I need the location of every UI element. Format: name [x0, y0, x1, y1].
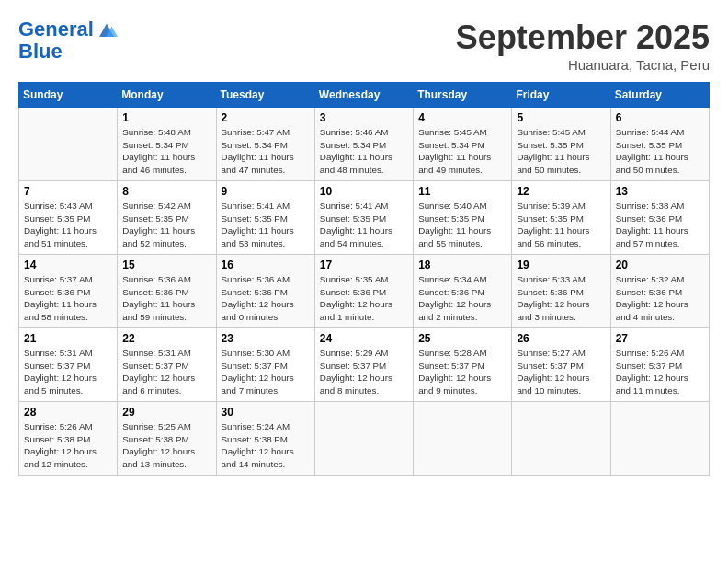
day-info: Sunrise: 5:38 AMSunset: 5:36 PMDaylight:… — [616, 200, 704, 250]
dow-saturday: Saturday — [610, 83, 709, 108]
calendar-cell: 29Sunrise: 5:25 AMSunset: 5:38 PMDayligh… — [118, 402, 216, 476]
day-info: Sunrise: 5:29 AMSunset: 5:37 PMDaylight:… — [320, 347, 408, 397]
day-number: 26 — [517, 332, 605, 345]
calendar-cell: 23Sunrise: 5:30 AMSunset: 5:37 PMDayligh… — [216, 328, 314, 402]
month-title: September 2025 — [456, 18, 710, 57]
calendar-cell: 28Sunrise: 5:26 AMSunset: 5:38 PMDayligh… — [19, 402, 118, 476]
logo-text: General — [18, 18, 94, 40]
day-info: Sunrise: 5:41 AMSunset: 5:35 PMDaylight:… — [320, 200, 408, 250]
calendar-cell: 19Sunrise: 5:33 AMSunset: 5:36 PMDayligh… — [512, 255, 610, 328]
day-number: 9 — [222, 185, 310, 198]
day-info: Sunrise: 5:47 AMSunset: 5:34 PMDaylight:… — [222, 126, 310, 177]
day-info: Sunrise: 5:24 AMSunset: 5:38 PMDaylight:… — [222, 420, 310, 471]
dow-monday: Monday — [118, 83, 216, 108]
day-info: Sunrise: 5:41 AMSunset: 5:35 PMDaylight:… — [222, 200, 310, 250]
calendar-cell: 14Sunrise: 5:37 AMSunset: 5:36 PMDayligh… — [19, 255, 118, 328]
calendar-cell — [610, 402, 709, 476]
day-info: Sunrise: 5:25 AMSunset: 5:38 PMDaylight:… — [122, 420, 210, 471]
day-info: Sunrise: 5:31 AMSunset: 5:37 PMDaylight:… — [24, 347, 112, 397]
days-of-week-header: SundayMondayTuesdayWednesdayThursdayFrid… — [19, 83, 710, 108]
day-number: 25 — [418, 332, 506, 345]
day-info: Sunrise: 5:28 AMSunset: 5:37 PMDaylight:… — [418, 347, 506, 397]
day-info: Sunrise: 5:34 AMSunset: 5:36 PMDaylight:… — [418, 273, 506, 324]
day-info: Sunrise: 5:26 AMSunset: 5:38 PMDaylight:… — [24, 420, 112, 471]
calendar-cell: 25Sunrise: 5:28 AMSunset: 5:37 PMDayligh… — [414, 328, 512, 402]
day-number: 21 — [24, 332, 112, 345]
calendar-week-1: 1Sunrise: 5:48 AMSunset: 5:34 PMDaylight… — [19, 108, 710, 181]
day-number: 24 — [320, 332, 408, 345]
day-number: 10 — [320, 185, 408, 198]
day-info: Sunrise: 5:27 AMSunset: 5:37 PMDaylight:… — [517, 347, 605, 397]
calendar-cell: 13Sunrise: 5:38 AMSunset: 5:36 PMDayligh… — [610, 181, 709, 255]
calendar-cell: 15Sunrise: 5:36 AMSunset: 5:36 PMDayligh… — [118, 255, 216, 328]
location: Huanuara, Tacna, Peru — [456, 57, 710, 73]
day-info: Sunrise: 5:48 AMSunset: 5:34 PMDaylight:… — [122, 126, 210, 177]
day-number: 8 — [122, 185, 210, 198]
day-number: 27 — [616, 332, 704, 345]
day-info: Sunrise: 5:39 AMSunset: 5:35 PMDaylight:… — [517, 200, 605, 250]
day-info: Sunrise: 5:45 AMSunset: 5:34 PMDaylight:… — [418, 126, 506, 177]
day-number: 17 — [320, 259, 408, 271]
day-number: 11 — [418, 185, 506, 198]
calendar-cell: 3Sunrise: 5:46 AMSunset: 5:34 PMDaylight… — [314, 108, 413, 181]
day-number: 18 — [418, 259, 506, 271]
day-number: 15 — [122, 259, 210, 271]
day-info: Sunrise: 5:31 AMSunset: 5:37 PMDaylight:… — [122, 347, 210, 397]
calendar-cell: 6Sunrise: 5:44 AMSunset: 5:35 PMDaylight… — [610, 108, 709, 181]
day-info: Sunrise: 5:26 AMSunset: 5:37 PMDaylight:… — [616, 347, 704, 397]
day-info: Sunrise: 5:46 AMSunset: 5:34 PMDaylight:… — [320, 126, 408, 177]
day-info: Sunrise: 5:33 AMSunset: 5:36 PMDaylight:… — [517, 273, 605, 324]
day-number: 23 — [222, 332, 310, 345]
day-number: 7 — [24, 185, 112, 198]
day-number: 19 — [517, 259, 605, 271]
calendar-cell: 16Sunrise: 5:36 AMSunset: 5:36 PMDayligh… — [216, 255, 314, 328]
calendar-cell: 30Sunrise: 5:24 AMSunset: 5:38 PMDayligh… — [216, 402, 314, 476]
day-info: Sunrise: 5:45 AMSunset: 5:35 PMDaylight:… — [517, 126, 605, 177]
dow-friday: Friday — [512, 83, 610, 108]
calendar-cell — [19, 108, 118, 181]
logo-blue-text: Blue — [18, 40, 118, 63]
calendar-cell: 17Sunrise: 5:35 AMSunset: 5:36 PMDayligh… — [314, 255, 413, 328]
day-number: 20 — [616, 259, 704, 271]
day-number: 28 — [24, 406, 112, 419]
day-number: 13 — [616, 185, 704, 198]
calendar-cell — [512, 402, 610, 476]
calendar-week-3: 14Sunrise: 5:37 AMSunset: 5:36 PMDayligh… — [19, 255, 710, 328]
day-info: Sunrise: 5:37 AMSunset: 5:36 PMDaylight:… — [24, 273, 112, 324]
day-number: 2 — [222, 111, 310, 124]
calendar-cell: 4Sunrise: 5:45 AMSunset: 5:34 PMDaylight… — [414, 108, 512, 181]
calendar-cell: 5Sunrise: 5:45 AMSunset: 5:35 PMDaylight… — [512, 108, 610, 181]
page-header: General Blue September 2025 Huanuara, Ta… — [18, 18, 710, 73]
day-number: 14 — [24, 259, 112, 271]
dow-tuesday: Tuesday — [216, 83, 314, 108]
calendar-cell: 7Sunrise: 5:43 AMSunset: 5:35 PMDaylight… — [19, 181, 118, 255]
day-number: 22 — [122, 332, 210, 345]
calendar-body: 1Sunrise: 5:48 AMSunset: 5:34 PMDaylight… — [19, 108, 710, 476]
logo-icon — [96, 18, 118, 40]
calendar-week-5: 28Sunrise: 5:26 AMSunset: 5:38 PMDayligh… — [19, 402, 710, 476]
day-number: 12 — [517, 185, 605, 198]
dow-thursday: Thursday — [414, 83, 512, 108]
calendar-cell: 27Sunrise: 5:26 AMSunset: 5:37 PMDayligh… — [610, 328, 709, 402]
day-number: 29 — [122, 406, 210, 419]
logo: General Blue — [18, 18, 118, 63]
calendar-cell: 9Sunrise: 5:41 AMSunset: 5:35 PMDaylight… — [216, 181, 314, 255]
calendar-cell: 1Sunrise: 5:48 AMSunset: 5:34 PMDaylight… — [118, 108, 216, 181]
calendar-cell — [314, 402, 413, 476]
title-block: September 2025 Huanuara, Tacna, Peru — [456, 18, 710, 73]
dow-wednesday: Wednesday — [314, 83, 413, 108]
calendar-cell: 11Sunrise: 5:40 AMSunset: 5:35 PMDayligh… — [414, 181, 512, 255]
day-number: 1 — [122, 111, 210, 124]
day-info: Sunrise: 5:36 AMSunset: 5:36 PMDaylight:… — [122, 273, 210, 324]
day-number: 4 — [418, 111, 506, 124]
day-info: Sunrise: 5:43 AMSunset: 5:35 PMDaylight:… — [24, 200, 112, 250]
day-info: Sunrise: 5:32 AMSunset: 5:36 PMDaylight:… — [616, 273, 704, 324]
day-number: 16 — [222, 259, 310, 271]
calendar-cell: 8Sunrise: 5:42 AMSunset: 5:35 PMDaylight… — [118, 181, 216, 255]
calendar-cell: 18Sunrise: 5:34 AMSunset: 5:36 PMDayligh… — [414, 255, 512, 328]
calendar-table: SundayMondayTuesdayWednesdayThursdayFrid… — [18, 82, 710, 476]
calendar-week-4: 21Sunrise: 5:31 AMSunset: 5:37 PMDayligh… — [19, 328, 710, 402]
calendar-cell: 21Sunrise: 5:31 AMSunset: 5:37 PMDayligh… — [19, 328, 118, 402]
calendar-cell: 24Sunrise: 5:29 AMSunset: 5:37 PMDayligh… — [314, 328, 413, 402]
day-info: Sunrise: 5:30 AMSunset: 5:37 PMDaylight:… — [222, 347, 310, 397]
